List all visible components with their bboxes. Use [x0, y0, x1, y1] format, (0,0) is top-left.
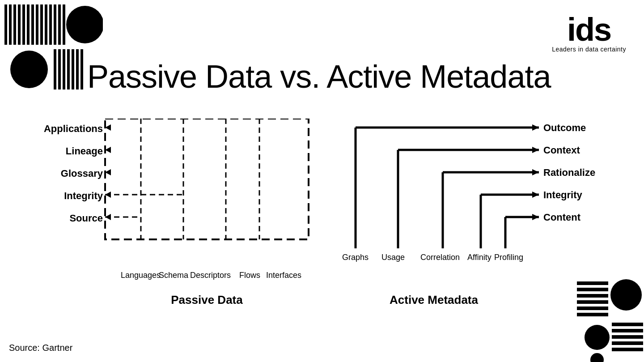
- svg-rect-71: [612, 341, 643, 345]
- svg-rect-17: [58, 49, 61, 89]
- active-label-integrity: Integrity: [543, 189, 582, 201]
- svg-rect-64: [577, 300, 608, 304]
- active-col-label-affinity: Affinity: [467, 253, 491, 262]
- passive-col-label-languages: Languages: [121, 271, 161, 280]
- active-label-rationalize: Rationalize: [543, 167, 595, 179]
- svg-rect-10: [49, 4, 52, 45]
- passive-col-label-interfaces: Interfaces: [266, 271, 301, 280]
- passive-title: Passive Data: [103, 293, 311, 307]
- svg-rect-0: [4, 4, 7, 45]
- svg-rect-18: [63, 49, 65, 89]
- ids-logo-text: ids: [552, 13, 626, 46]
- svg-rect-72: [612, 348, 643, 351]
- passive-label-applications: Applications: [44, 123, 103, 135]
- svg-rect-12: [58, 4, 61, 45]
- svg-rect-6: [31, 4, 34, 45]
- svg-rect-66: [577, 313, 608, 316]
- svg-marker-39: [532, 124, 539, 131]
- svg-rect-8: [40, 4, 43, 45]
- svg-rect-68: [612, 323, 643, 326]
- svg-rect-62: [577, 288, 608, 291]
- passive-label-glossary: Glossary: [61, 168, 103, 179]
- svg-point-60: [610, 279, 642, 311]
- svg-rect-65: [577, 307, 608, 310]
- active-label-outcome: Outcome: [543, 122, 586, 134]
- source-citation: Source: Gartner: [9, 343, 72, 353]
- svg-point-14: [66, 6, 103, 43]
- active-col-label-correlation: Correlation: [420, 253, 460, 262]
- svg-rect-7: [36, 4, 38, 45]
- svg-rect-21: [76, 49, 79, 89]
- svg-rect-19: [67, 49, 70, 89]
- active-label-content: Content: [543, 212, 580, 223]
- svg-point-73: [590, 353, 604, 362]
- active-title: Active Metadata: [329, 293, 539, 307]
- active-label-context: Context: [543, 145, 580, 156]
- active-col-label-graphs: Graphs: [342, 253, 369, 262]
- ids-logo: ids Leaders in data certainty: [552, 13, 626, 53]
- passive-diagram: [103, 119, 311, 266]
- passive-col-label-flows: Flows: [239, 271, 260, 280]
- svg-rect-11: [54, 4, 56, 45]
- passive-label-source: Source: [69, 213, 103, 224]
- svg-rect-9: [45, 4, 47, 45]
- svg-rect-13: [63, 4, 65, 45]
- svg-rect-20: [72, 49, 74, 89]
- active-col-label-usage: Usage: [381, 253, 405, 262]
- svg-rect-22: [80, 49, 83, 89]
- svg-rect-61: [577, 281, 608, 285]
- svg-point-67: [585, 325, 610, 350]
- passive-label-lineage: Lineage: [66, 145, 103, 157]
- svg-rect-69: [612, 329, 643, 332]
- svg-rect-63: [577, 294, 608, 298]
- svg-rect-2: [13, 4, 16, 45]
- page-title: Passive Data vs. Active Metadata: [87, 58, 551, 95]
- decorative-bottom-right: [577, 273, 644, 362]
- svg-rect-16: [54, 49, 56, 89]
- svg-rect-3: [18, 4, 21, 45]
- svg-rect-23: [105, 119, 309, 239]
- ids-tagline: Leaders in data certainty: [552, 46, 626, 53]
- active-col-label-profiling: Profiling: [494, 253, 523, 262]
- svg-rect-70: [612, 335, 643, 339]
- passive-label-integrity: Integrity: [64, 190, 103, 202]
- svg-rect-5: [27, 4, 30, 45]
- svg-point-15: [10, 51, 48, 88]
- passive-col-label-schema: Schema: [159, 271, 188, 280]
- passive-col-label-descriptors: Descriptors: [190, 271, 231, 280]
- svg-rect-1: [9, 4, 12, 45]
- svg-rect-4: [22, 4, 25, 45]
